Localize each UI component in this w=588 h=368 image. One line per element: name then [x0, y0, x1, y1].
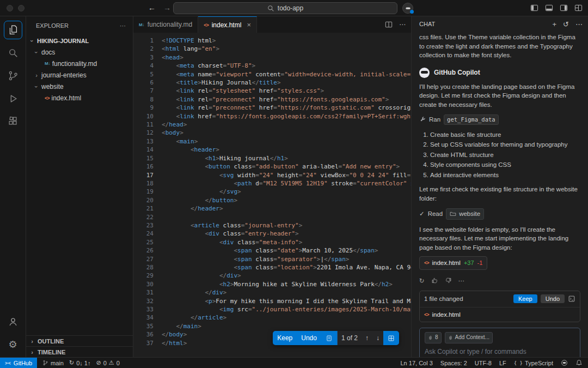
keep-all-button[interactable]: Keep: [513, 294, 537, 303]
chat-more-icon[interactable]: ⋯: [575, 20, 583, 28]
undo-button[interactable]: Undo: [297, 331, 321, 345]
branch-indicator[interactable]: main: [42, 360, 64, 366]
timeline-section[interactable]: › TIMELINE: [26, 346, 133, 357]
rerun-icon[interactable]: ↻: [419, 276, 425, 286]
code-line[interactable]: 24 <div class="entry-header">: [133, 230, 411, 238]
activity-search[interactable]: [4, 44, 22, 62]
view-changes-icon[interactable]: [568, 295, 575, 303]
activity-explorer[interactable]: [4, 21, 22, 39]
tab-functionality-md[interactable]: M↓ functionality.md: [133, 16, 198, 33]
next-change-button[interactable]: ↓: [372, 331, 383, 345]
code-line[interactable]: 21 </header>: [133, 204, 411, 213]
code-line[interactable]: 30 <h2>Morning hike at Skyline Wildernes…: [133, 280, 411, 288]
keep-button[interactable]: Keep: [273, 331, 297, 345]
back-button[interactable]: ←: [148, 3, 156, 12]
thumbs-up-icon[interactable]: [431, 277, 438, 284]
window-controls[interactable]: [7, 5, 24, 11]
window-control-dot[interactable]: [7, 5, 13, 11]
activity-source-control[interactable]: [4, 67, 22, 85]
code-line[interactable]: 33 <img src="../journal-enteries/images/…: [133, 305, 411, 313]
changed-file-row[interactable]: <> index.html: [420, 307, 580, 322]
editor-more-actions[interactable]: ⋯: [399, 21, 406, 28]
tree-folder-docs[interactable]: › docs: [26, 46, 133, 58]
code-line[interactable]: 5 <meta name="viewport" content="width=d…: [133, 70, 411, 79]
indentation-indicator[interactable]: Spaces: 2: [440, 360, 467, 366]
code-line[interactable]: 11</head>: [133, 120, 411, 129]
code-line[interactable]: 23 <article class="journal-entry">: [133, 221, 411, 230]
thumbs-down-icon[interactable]: [445, 277, 452, 284]
code-line[interactable]: 27 <span class="separator">|</span>: [133, 255, 411, 263]
changed-file-chip[interactable]: <> index.html +37 -1: [419, 256, 487, 270]
code-line[interactable]: 19 </svg>: [133, 188, 411, 196]
tool-read-row[interactable]: ✓ Read website: [419, 208, 580, 220]
open-changes-button[interactable]: [383, 331, 399, 345]
code-line[interactable]: 29 </div>: [133, 272, 411, 280]
code-line[interactable]: 18 <path d="M12 5V19M5 12H19" stroke="cu…: [133, 179, 411, 188]
outline-section[interactable]: › OUTLINE: [26, 335, 133, 346]
language-indicator[interactable]: { } TypeScript: [514, 360, 553, 366]
code-line[interactable]: 26 <span class="date">March 10, 2025</sp…: [133, 246, 411, 255]
feedback-more-icon[interactable]: ⋯: [458, 276, 465, 286]
toggle-sidebar-icon[interactable]: [530, 4, 538, 12]
code-line[interactable]: 6 <title>Hiking Journal</title>: [133, 79, 411, 87]
encoding-indicator[interactable]: UTF-8: [475, 360, 492, 366]
window-control-dot[interactable]: [18, 5, 24, 11]
settings-button[interactable]: ⚙: [4, 335, 22, 354]
tree-folder-journal-enteries[interactable]: › journal-enteries: [26, 69, 133, 81]
command-center-search[interactable]: todo-app: [173, 2, 397, 14]
chat-history-icon[interactable]: ↺: [563, 20, 569, 28]
sync-indicator[interactable]: ↻ 0↓ 1↑: [69, 359, 91, 366]
copilot-menu-icon[interactable]: [402, 3, 413, 14]
tab-index-html[interactable]: <> index.html ×: [198, 16, 257, 33]
code-line[interactable]: 16 <button class="add-button" aria-label…: [133, 162, 411, 171]
code-line[interactable]: 1<!DOCTYPE html>: [133, 37, 411, 45]
cursor-position[interactable]: Ln 17, Col 3: [401, 360, 433, 366]
diff-file-icon[interactable]: [321, 331, 337, 345]
code-line[interactable]: 10 <link href="https://fonts.googleapis.…: [133, 112, 411, 120]
activity-run-debug[interactable]: [4, 89, 22, 108]
tool-run-row[interactable]: Ran get_Figma_data: [419, 114, 580, 125]
code-line[interactable]: 28 <span class="location">2201 Imola Ave…: [133, 263, 411, 272]
code-line[interactable]: 34 </article>: [133, 313, 411, 322]
code-line[interactable]: 35 </main>: [133, 322, 411, 330]
new-chat-icon[interactable]: +: [553, 20, 557, 28]
chat-input-box[interactable]: 8 Add Context... Agent∨ Claude 3.7 Sonne…: [419, 328, 580, 357]
code-line[interactable]: 3<head>: [133, 53, 411, 62]
code-line[interactable]: 12<body>: [133, 129, 411, 137]
toggle-secondary-sidebar-icon[interactable]: [560, 4, 568, 12]
code-line[interactable]: 8 <link rel="preconnect" href="https://f…: [133, 95, 411, 104]
code-line[interactable]: 25 <div class="meta-info">: [133, 238, 411, 246]
add-context-chip[interactable]: Add Context...: [445, 332, 493, 343]
customize-layout-icon[interactable]: [574, 4, 583, 12]
code-line[interactable]: 22: [133, 213, 411, 221]
copilot-status-icon[interactable]: [561, 359, 568, 366]
code-area[interactable]: 1<!DOCTYPE html>2<html lang="en">3<head>…: [133, 33, 411, 357]
problems-indicator[interactable]: ⊘ 0 ⚠ 0: [96, 359, 119, 366]
code-line[interactable]: 4 <meta charset="UTF-8">: [133, 62, 411, 70]
explorer-more-actions[interactable]: ⋯: [120, 22, 126, 29]
tree-file-index-html[interactable]: <> index.html: [26, 92, 133, 104]
eol-indicator[interactable]: LF: [499, 360, 506, 366]
tree-file-functionality-md[interactable]: M↓ functionality.md: [26, 58, 133, 69]
chat-input[interactable]: [425, 348, 575, 355]
split-editor-icon[interactable]: [385, 21, 393, 28]
toggle-panel-icon[interactable]: [545, 4, 553, 12]
close-tab-icon[interactable]: ×: [247, 21, 251, 29]
code-line[interactable]: 2<html lang="en">: [133, 45, 411, 53]
code-line[interactable]: 31 </div>: [133, 288, 411, 297]
undo-all-button[interactable]: Undo: [541, 294, 565, 303]
code-line[interactable]: 15 <h1>Hiking journal</h1>: [133, 154, 411, 162]
notifications-bell-icon[interactable]: [575, 359, 583, 366]
forward-button[interactable]: →: [163, 3, 171, 12]
code-line[interactable]: 32 <p>For my hike this morning I did the…: [133, 297, 411, 305]
code-line[interactable]: 7 <link rel="stylesheet" href="styles.cs…: [133, 87, 411, 95]
code-line[interactable]: 17 <svg width="24" height="24" viewBox="…: [133, 171, 411, 179]
tree-root-hiking-journal[interactable]: › HIKING-JOURNAL: [26, 35, 133, 46]
code-line[interactable]: 9 <link rel="preconnect" href="https://f…: [133, 104, 411, 112]
previous-change-button[interactable]: ↑: [362, 331, 372, 345]
remote-indicator[interactable]: >< GitHub: [0, 358, 37, 368]
attachment-count-chip[interactable]: 8: [425, 332, 442, 343]
code-line[interactable]: 13 <main>: [133, 137, 411, 146]
tree-folder-website[interactable]: › website: [26, 81, 133, 92]
code-line[interactable]: 20 </button>: [133, 196, 411, 204]
